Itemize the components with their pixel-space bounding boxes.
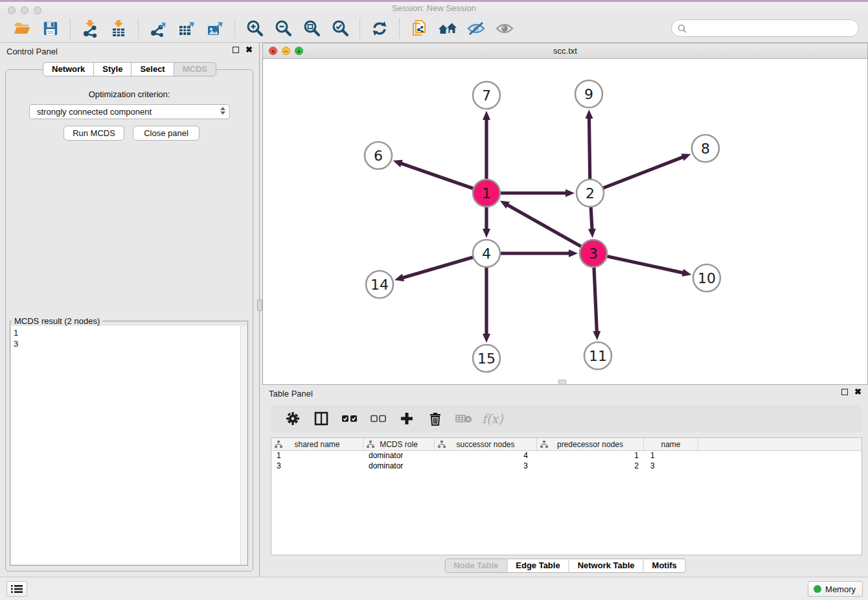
add-row-button[interactable] xyxy=(398,410,415,427)
column-header-successor-nodes[interactable]: successor nodes xyxy=(435,438,537,450)
graph-edge-2-9[interactable] xyxy=(589,117,589,181)
show-columns-button[interactable] xyxy=(313,410,330,427)
export-image-button[interactable] xyxy=(205,19,225,38)
zoom-in-button[interactable] xyxy=(245,19,264,38)
graph-node-14[interactable]: 14 xyxy=(366,271,393,298)
graph-node-6[interactable]: 6 xyxy=(365,142,392,169)
network-close-icon[interactable]: × xyxy=(269,47,277,55)
column-header-mcds-role[interactable]: MCDS role xyxy=(363,438,435,450)
criterion-dropdown[interactable]: strongly connected component xyxy=(29,104,230,119)
graph-edge-4-14[interactable] xyxy=(402,257,475,278)
tab-style[interactable]: Style xyxy=(94,62,131,76)
table-toolbar: f(x) xyxy=(271,405,862,432)
graph-edge-2-8[interactable] xyxy=(602,157,684,189)
export-image-icon xyxy=(206,19,224,38)
table-cell[interactable]: 3 xyxy=(435,461,537,472)
app-close-icon[interactable] xyxy=(8,6,16,14)
import-table-button[interactable] xyxy=(109,19,128,38)
delete-row-button[interactable] xyxy=(427,410,444,427)
graph-node-1[interactable]: 1 xyxy=(473,179,500,207)
zoom-fit-button[interactable] xyxy=(302,19,321,38)
table-cell[interactable]: 1 xyxy=(644,451,698,461)
column-header-shared-name[interactable]: shared name xyxy=(271,438,363,450)
graph-node-7[interactable]: 7 xyxy=(473,82,500,109)
home-layout-button[interactable] xyxy=(438,19,457,38)
graph-node-11[interactable]: 11 xyxy=(584,342,611,369)
deselect-all-button[interactable] xyxy=(370,410,387,427)
graph-edge-3-11[interactable] xyxy=(594,266,597,332)
graph-node-2[interactable]: 2 xyxy=(577,179,604,207)
table-cell[interactable]: dominator xyxy=(363,461,435,472)
memory-status-icon xyxy=(814,585,821,593)
graph-node-8[interactable]: 8 xyxy=(692,135,719,162)
graph-edge-1-6[interactable] xyxy=(400,163,475,189)
app-zoom-icon[interactable] xyxy=(34,6,41,14)
table-cell[interactable]: 1 xyxy=(537,451,644,461)
table-cell[interactable]: 1 xyxy=(271,451,363,461)
tab-motifs[interactable]: Motifs xyxy=(644,559,686,573)
toolbar-separator xyxy=(138,19,139,38)
search-box[interactable] xyxy=(671,19,859,37)
network-splitter-handle[interactable] xyxy=(558,380,566,385)
table-cell[interactable]: 3 xyxy=(271,461,363,472)
network-canvas[interactable]: 7968124314101511 xyxy=(263,59,867,384)
graph-node-4[interactable]: 4 xyxy=(473,240,500,267)
export-table-button[interactable] xyxy=(177,19,196,38)
app-window-controls[interactable] xyxy=(8,6,41,14)
panel-splitter-handle[interactable] xyxy=(257,299,262,311)
tab-mcds[interactable]: MCDS xyxy=(174,62,216,76)
tab-edge-table[interactable]: Edge Table xyxy=(507,559,569,573)
close-panel-icon[interactable]: ✖ xyxy=(246,47,253,53)
node-table[interactable]: shared name MCDS role successor nodes pr… xyxy=(271,437,862,555)
app-minimize-icon[interactable] xyxy=(21,6,29,14)
table-cell[interactable]: dominator xyxy=(363,451,435,461)
graph-edge-arrowhead xyxy=(593,331,600,340)
tab-network[interactable]: Network xyxy=(43,62,94,76)
run-mcds-button[interactable]: Run MCDS xyxy=(63,126,124,141)
close-table-panel-icon[interactable]: ✖ xyxy=(854,389,862,395)
table-cell[interactable]: 3 xyxy=(644,461,698,472)
table-row[interactable]: 1 dominator 4 1 1 xyxy=(271,451,862,461)
show-graphics-details-button[interactable] xyxy=(495,19,514,38)
delete-table-button[interactable] xyxy=(455,410,472,427)
float-panel-icon[interactable] xyxy=(233,47,239,53)
graph-edge-2-3[interactable] xyxy=(591,205,592,230)
float-table-panel-icon[interactable] xyxy=(841,389,848,395)
new-network-from-selection-button[interactable] xyxy=(409,19,429,38)
graph-node-3[interactable]: 3 xyxy=(580,240,607,267)
control-panel: Control Panel ✖ Network Style Select MCD… xyxy=(0,43,260,577)
search-input[interactable] xyxy=(690,23,852,33)
table-cell[interactable]: 2 xyxy=(537,461,644,472)
graph-edge-3-1[interactable] xyxy=(507,205,582,248)
graph-node-15[interactable]: 15 xyxy=(473,345,500,372)
graph-node-10[interactable]: 10 xyxy=(693,264,720,292)
tab-node-table[interactable]: Node Table xyxy=(444,559,507,573)
task-history-button[interactable] xyxy=(6,581,27,597)
graph-node-9[interactable]: 9 xyxy=(575,80,602,108)
zoom-selected-button[interactable] xyxy=(330,19,350,38)
apply-function-button[interactable]: f(x) xyxy=(482,411,503,426)
select-all-button[interactable] xyxy=(341,410,358,427)
memory-button[interactable]: Memory xyxy=(808,581,863,597)
refresh-view-button[interactable] xyxy=(370,19,389,38)
tab-network-table[interactable]: Network Table xyxy=(569,559,644,573)
table-row[interactable]: 3 dominator 3 2 3 xyxy=(271,461,862,472)
hide-graphics-details-button[interactable] xyxy=(466,19,486,38)
export-network-button[interactable] xyxy=(148,19,168,38)
graph-edge-3-10[interactable] xyxy=(606,256,684,273)
close-panel-button[interactable]: Close panel xyxy=(133,126,200,141)
column-header-name[interactable]: name xyxy=(644,438,698,450)
table-cell[interactable]: 4 xyxy=(435,451,537,461)
network-window-titlebar[interactable]: × − + scc.txt xyxy=(263,43,867,59)
tab-select[interactable]: Select xyxy=(131,62,174,76)
save-session-button[interactable] xyxy=(41,19,60,38)
zoom-out-button[interactable] xyxy=(273,19,293,38)
mcds-result-scrollbar[interactable] xyxy=(240,326,247,564)
import-network-button[interactable] xyxy=(80,19,100,38)
column-header-predecessor-nodes[interactable]: predecessor nodes xyxy=(537,438,644,450)
network-minimize-icon[interactable]: − xyxy=(282,47,290,55)
network-maximize-icon[interactable]: + xyxy=(295,47,303,55)
table-settings-button[interactable] xyxy=(284,410,301,427)
mcds-result-text[interactable]: 1 3 xyxy=(11,326,240,564)
open-session-button[interactable] xyxy=(12,19,32,38)
